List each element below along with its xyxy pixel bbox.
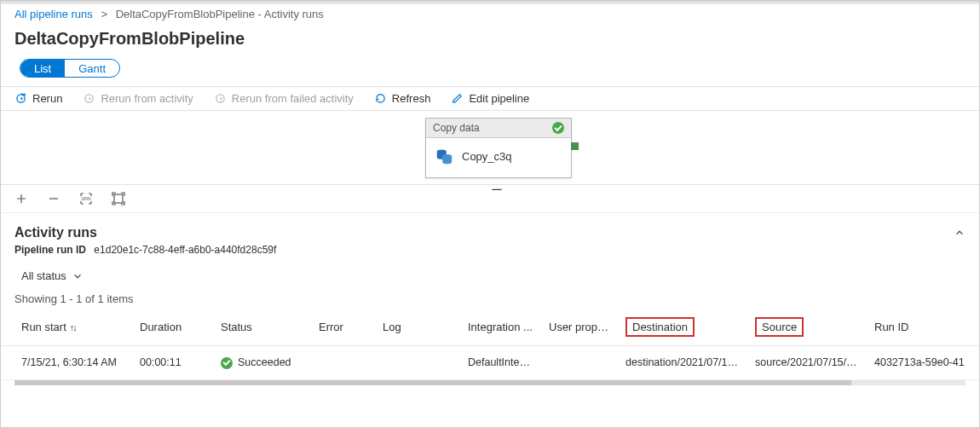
view-toggle-gantt[interactable]: Gantt bbox=[65, 60, 119, 77]
rerun-activity-button: Rerun from activity bbox=[83, 92, 193, 105]
svg-marker-1 bbox=[21, 97, 24, 101]
rerun-activity-icon bbox=[83, 92, 95, 105]
table-header-row: Run start↑↓ Duration Status Error Log In… bbox=[1, 309, 979, 346]
rerun-failed-button: Rerun from failed activity bbox=[214, 92, 354, 105]
cell-log bbox=[376, 346, 461, 380]
cell-integration-text: DefaultIntegratio bbox=[468, 356, 542, 368]
status-filter-label: All status bbox=[21, 269, 66, 282]
cell-run-id: 4032713a-59e0-41 bbox=[868, 346, 979, 380]
cell-error bbox=[312, 346, 376, 380]
svg-rect-9 bbox=[114, 194, 123, 203]
chevron-down-icon bbox=[72, 270, 84, 282]
col-source-label: Source bbox=[755, 317, 804, 337]
toolbar: Rerun Rerun from activity Rerun from fai… bbox=[1, 86, 979, 111]
pencil-icon bbox=[451, 92, 464, 105]
svg-marker-3 bbox=[89, 97, 92, 101]
col-destination-label: Destination bbox=[625, 317, 695, 337]
pipeline-run-id-row: Pipeline run ID e1d20e1c-7c88-4eff-a6b0-… bbox=[1, 244, 979, 264]
activity-node-name: Copy_c3q bbox=[462, 150, 512, 163]
cell-duration: 00:00:11 bbox=[133, 346, 214, 380]
col-run-start-label: Run start bbox=[21, 321, 66, 333]
filter-row: All status bbox=[1, 264, 979, 287]
col-source[interactable]: Source bbox=[748, 309, 868, 346]
col-status[interactable]: Status bbox=[214, 309, 312, 346]
activity-node-category: Copy data bbox=[433, 122, 480, 134]
node-output-port[interactable] bbox=[571, 142, 579, 150]
refresh-icon bbox=[374, 92, 387, 105]
scrollbar-thumb[interactable] bbox=[14, 380, 851, 385]
breadcrumb-root-link[interactable]: All pipeline runs bbox=[14, 8, 93, 20]
activity-node-body: Copy_c3q bbox=[426, 138, 571, 177]
rerun-label: Rerun bbox=[32, 92, 62, 105]
pipeline-run-id-value: e1d20e1c-7c88-4eff-a6b0-a440fd28c59f bbox=[94, 244, 276, 256]
col-error[interactable]: Error bbox=[312, 309, 376, 346]
activity-node-header: Copy data bbox=[426, 119, 571, 138]
resize-handle-icon[interactable] bbox=[490, 182, 504, 196]
pipeline-run-id-label: Pipeline run ID bbox=[14, 244, 86, 256]
collapse-chevron-icon[interactable] bbox=[954, 227, 966, 239]
rerun-icon bbox=[14, 92, 27, 105]
fullscreen-icon[interactable] bbox=[112, 192, 125, 205]
activity-node[interactable]: Copy data Copy_c3q bbox=[425, 118, 572, 178]
edit-label: Edit pipeline bbox=[469, 92, 529, 105]
copy-data-icon bbox=[435, 147, 453, 165]
cell-status: Succeeded bbox=[214, 346, 312, 380]
cell-destination: destination/2021/07/15/06/ bbox=[619, 346, 748, 380]
success-check-icon bbox=[552, 122, 564, 134]
cell-user-prop bbox=[542, 346, 619, 380]
status-filter-dropdown[interactable]: All status bbox=[21, 269, 84, 282]
svg-text:100%: 100% bbox=[81, 197, 91, 201]
breadcrumb: All pipeline runs > DeltaCopyFromBlobPip… bbox=[1, 4, 979, 22]
cell-source: source/2021/07/15/06/ bbox=[748, 346, 868, 380]
col-run-start[interactable]: Run start↑↓ bbox=[1, 309, 133, 346]
cell-integration: DefaultIntegratio bbox=[461, 346, 542, 380]
view-toggle: List Gantt bbox=[20, 59, 120, 78]
table-row[interactable]: 7/15/21, 6:30:14 AM 00:00:11 Succeeded D… bbox=[1, 346, 979, 380]
zoom-reset-icon[interactable]: 100% bbox=[79, 192, 93, 205]
edit-pipeline-button[interactable]: Edit pipeline bbox=[451, 92, 529, 105]
rerun-button[interactable]: Rerun bbox=[14, 92, 62, 105]
refresh-label: Refresh bbox=[392, 92, 431, 105]
svg-marker-5 bbox=[220, 97, 222, 101]
showing-count: Showing 1 - 1 of 1 items bbox=[1, 287, 979, 309]
activity-runs-title: Activity runs bbox=[14, 225, 97, 240]
zoom-in-icon[interactable] bbox=[14, 192, 28, 205]
canvas-toolbar: 100% bbox=[1, 184, 979, 212]
sort-icon: ↑↓ bbox=[70, 322, 76, 333]
status-success-icon bbox=[221, 357, 233, 369]
page-title: DeltaCopyFromBlobPipeline bbox=[14, 29, 966, 49]
rerun-activity-label: Rerun from activity bbox=[101, 92, 193, 105]
cell-status-text: Succeeded bbox=[238, 356, 291, 368]
col-integration[interactable]: Integration ... bbox=[461, 309, 542, 346]
activity-runs-table: Run start↑↓ Duration Status Error Log In… bbox=[1, 309, 979, 380]
col-run-id[interactable]: Run ID bbox=[868, 309, 979, 346]
activity-runs-header: Activity runs bbox=[1, 212, 979, 244]
breadcrumb-current: DeltaCopyFromBlobPipeline - Activity run… bbox=[116, 8, 324, 20]
cell-run-start: 7/15/21, 6:30:14 AM bbox=[1, 346, 133, 380]
view-toggle-list[interactable]: List bbox=[20, 60, 65, 77]
col-duration[interactable]: Duration bbox=[133, 309, 214, 346]
breadcrumb-separator: > bbox=[101, 8, 107, 20]
rerun-failed-icon bbox=[214, 92, 227, 105]
zoom-out-icon[interactable] bbox=[47, 192, 61, 205]
horizontal-scrollbar[interactable] bbox=[14, 380, 966, 385]
col-destination[interactable]: Destination bbox=[619, 309, 748, 346]
col-user-prop[interactable]: User proper... bbox=[542, 309, 619, 346]
pipeline-canvas[interactable]: Copy data Copy_c3q bbox=[1, 111, 979, 184]
rerun-failed-label: Rerun from failed activity bbox=[232, 92, 354, 105]
refresh-button[interactable]: Refresh bbox=[374, 92, 431, 105]
col-log[interactable]: Log bbox=[376, 309, 461, 346]
